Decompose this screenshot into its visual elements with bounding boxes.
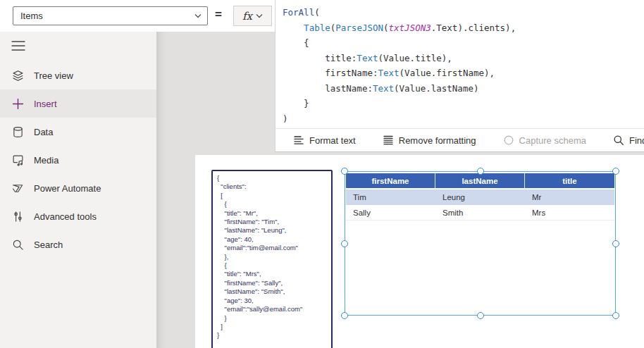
find-and-replace-button[interactable]: Find a [613,135,644,146]
table-row[interactable]: SallySmithMrs [346,205,614,220]
capture-schema-label: Capture schema [519,135,586,146]
formula-toolbar: Format text Remove formatting Capture sc… [275,128,644,151]
remove-formatting-label: Remove formatting [399,135,476,146]
media-icon [12,154,24,166]
database-icon [12,126,24,138]
formula-code-line: } [283,96,644,111]
format-text-button[interactable]: Format text [293,135,356,146]
formula-code-line: Table(ParseJSON(txtJSON3.Text).clients), [283,20,644,36]
table-body: TimLeungMrSallySmithMrs [346,189,614,220]
selection-handle-top-center[interactable] [477,168,484,175]
left-sidebar: Tree view Insert Data [0,32,156,348]
power-apps-studio: { "clients": [ { "title": "Mr", "firstNa… [0,0,644,348]
selection-handle-bottom-left[interactable] [341,312,348,319]
selection-handle-middle-left[interactable] [341,240,348,247]
sidebar-item-label: Tree view [34,70,73,81]
formula-code-line: firstName:Text(Value.firstName), [283,66,644,81]
data-table-control[interactable]: firstNamelastNametitle TimLeungMrSallySm… [345,171,616,316]
sidebar-item-advanced-tools[interactable]: Advanced tools [0,202,156,230]
sidebar-item-label: Media [34,155,58,166]
table-cell: Smith [435,205,525,220]
format-text-icon [293,135,304,146]
formula-code-line: ) [283,111,644,127]
sidebar-item-label: Power Automate [34,183,101,194]
selection-handle-top-left[interactable] [341,168,348,175]
remove-formatting-icon [383,135,394,146]
find-label: Find a [629,135,644,146]
chevron-down-icon [256,13,263,20]
property-selector-value: Items [20,11,194,21]
sidebar-item-label: Advanced tools [34,211,97,222]
formula-code-line: lastName:Text(Value.lastName) [283,81,644,97]
sidebar-item-tree-view[interactable]: Tree view [0,61,156,89]
table-cell: Leung [435,189,525,204]
selection-handle-middle-right[interactable] [612,240,619,247]
property-selector-dropdown[interactable]: Items [13,6,208,25]
table-cell: Sally [346,205,435,220]
sidebar-item-search[interactable]: Search [0,230,156,259]
json-text-content: { "clients": [ { "title": "Mr", "firstNa… [217,174,327,340]
data-table[interactable]: firstNamelastNametitle TimLeungMrSallySm… [346,173,614,220]
formula-code-line: title:Text(Value.title), [283,51,644,66]
sidebar-nav: Tree view Insert Data [0,61,156,259]
sidebar-item-media[interactable]: Media [0,146,156,174]
formula-panel: ForAll( Table(ParseJSON(txtJSON3.Text).c… [275,0,644,152]
selection-handle-bottom-right[interactable] [612,312,619,319]
table-row[interactable]: TimLeungMr [346,189,614,205]
column-header[interactable]: lastName [435,173,525,188]
formula-top-bar: Items = fx [0,0,275,32]
advanced-tools-icon [12,211,24,223]
table-cell: Tim [346,189,435,204]
sidebar-item-label: Search [34,240,63,250]
fx-icon: fx [242,10,252,23]
selection-handle-top-right[interactable] [612,168,619,175]
table-cell: Mrs [525,205,614,220]
fx-dropdown-button[interactable]: fx [233,6,272,26]
hamburger-menu-icon[interactable] [11,40,25,53]
column-header[interactable]: firstName [346,173,435,188]
plus-icon [12,98,24,110]
find-icon [613,135,624,146]
chevron-down-icon [194,13,202,20]
table-header-row: firstNamelastNametitle [346,173,614,188]
formula-editor[interactable]: ForAll( Table(ParseJSON(txtJSON3.Text).c… [275,0,644,126]
sidebar-item-data[interactable]: Data [0,118,156,146]
formula-code-line: ForAll( [283,5,644,20]
selection-handle-bottom-center[interactable] [477,312,484,319]
power-automate-icon [12,182,24,194]
column-header[interactable]: title [525,173,614,188]
capture-schema-icon [503,135,514,146]
capture-schema-button[interactable]: Capture schema [503,135,586,146]
sidebar-item-label: Insert [34,99,57,109]
remove-formatting-button[interactable]: Remove formatting [383,135,476,146]
format-text-label: Format text [309,135,356,146]
sidebar-item-label: Data [34,127,53,137]
sidebar-item-insert[interactable]: Insert [0,89,156,118]
json-text-input[interactable]: { "clients": [ { "title": "Mr", "firstNa… [211,170,333,348]
tree-view-icon [12,70,24,82]
formula-code-line: { [283,35,644,51]
table-cell: Mr [525,189,614,204]
equals-sign: = [215,8,222,22]
sidebar-item-power-automate[interactable]: Power Automate [0,174,156,202]
search-icon [12,239,24,251]
